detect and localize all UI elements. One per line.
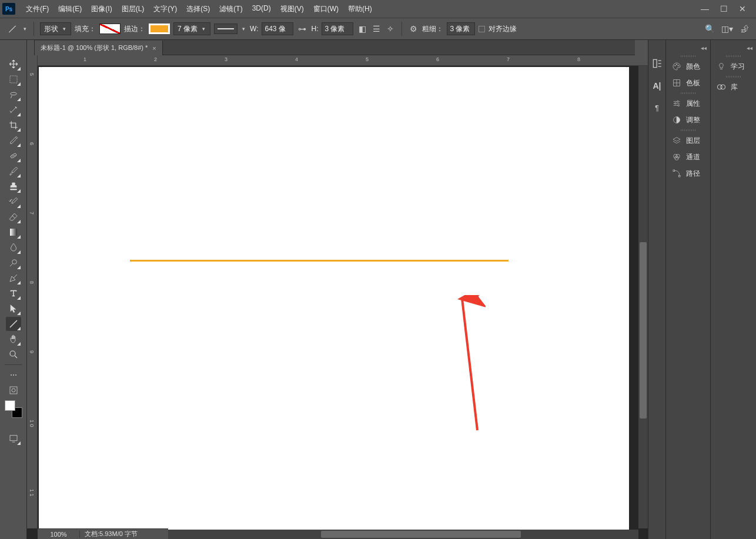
marquee-tool[interactable] <box>6 72 21 86</box>
svg-point-14 <box>676 64 677 65</box>
panel-adjustments[interactable]: 调整 <box>666 112 710 128</box>
minimize-button[interactable]: — <box>701 5 709 13</box>
menu-help[interactable]: 帮助(H) <box>343 2 377 16</box>
height-input[interactable]: 3 像素 <box>322 22 353 35</box>
ruler-horizontal[interactable]: 1 2 3 4 5 6 7 8 <box>36 55 648 66</box>
canvas[interactable] <box>39 67 629 537</box>
paragraph-panel-icon[interactable]: ¶ <box>651 102 663 114</box>
menu-edit[interactable]: 编辑(E) <box>53 2 86 16</box>
path-align-icon[interactable]: ☰ <box>371 24 382 34</box>
workspace-switcher-icon[interactable]: ◫▾ <box>722 24 732 34</box>
dodge-tool[interactable] <box>6 256 21 270</box>
panel-channels[interactable]: 通道 <box>666 149 710 165</box>
quickmask-icon[interactable] <box>6 383 21 397</box>
weight-input[interactable]: 3 像素 <box>447 22 475 35</box>
width-input[interactable]: 643 像 <box>262 22 293 35</box>
hand-tool[interactable] <box>6 332 21 346</box>
stroke-style-select[interactable] <box>214 24 237 34</box>
svg-point-3 <box>13 156 14 156</box>
zoom-level[interactable]: 100% <box>38 531 80 538</box>
zoom-tool[interactable] <box>6 347 21 361</box>
panel-swatches[interactable]: 色板 <box>666 75 710 91</box>
svg-point-13 <box>675 65 675 66</box>
lasso-tool[interactable] <box>6 88 21 102</box>
fill-swatch[interactable] <box>99 24 121 34</box>
healing-tool[interactable] <box>6 149 21 163</box>
gear-icon[interactable]: ⚙ <box>408 24 419 34</box>
panel-grip[interactable] <box>711 75 756 79</box>
menu-select[interactable]: 选择(S) <box>182 2 215 16</box>
svg-rect-12 <box>653 59 657 67</box>
type-tool[interactable] <box>6 286 21 300</box>
pen-tool[interactable] <box>6 271 21 285</box>
blur-tool[interactable] <box>6 240 21 255</box>
menu-window[interactable]: 窗口(W) <box>309 2 343 16</box>
history-panel-icon[interactable] <box>651 58 663 69</box>
panel-layers[interactable]: 图层 <box>666 132 710 149</box>
panel-grip[interactable] <box>666 91 710 95</box>
stroke-width-select[interactable]: 7 像素▾ <box>173 22 210 35</box>
panel-color[interactable]: 颜色 <box>666 58 710 75</box>
svg-rect-5 <box>10 229 17 236</box>
panel-grip[interactable] <box>666 128 710 132</box>
mode-select[interactable]: 形状▾ <box>40 22 71 35</box>
screen-mode-icon[interactable] <box>6 431 21 446</box>
character-panel-icon[interactable]: A| <box>651 80 663 92</box>
brush-tool[interactable] <box>6 164 21 178</box>
stamp-tool[interactable] <box>6 179 21 193</box>
panel-paths[interactable]: 路径 <box>666 165 710 182</box>
eraser-tool[interactable] <box>6 210 21 224</box>
ruler-vertical[interactable]: 5 6 7 8 9 1 0 1 1 <box>27 55 38 528</box>
magic-wand-tool[interactable] <box>6 103 21 117</box>
close-button[interactable]: ✕ <box>738 5 747 13</box>
svg-line-11 <box>462 299 477 430</box>
panel-properties[interactable]: 属性 <box>666 95 710 112</box>
menu-type[interactable]: 文字(Y) <box>149 2 182 16</box>
scrollbar-thumb[interactable] <box>640 242 647 419</box>
menu-view[interactable]: 视图(V) <box>276 2 309 16</box>
panel-grip[interactable] <box>711 54 756 58</box>
panel-grip[interactable] <box>666 54 710 58</box>
doc-info[interactable]: 文档:5.93M/0 字节 <box>80 530 142 538</box>
path-arrange-icon[interactable]: ✧ <box>385 24 396 34</box>
menu-layer[interactable]: 图层(L) <box>117 2 149 16</box>
share-icon[interactable]: ⮵ <box>740 24 750 34</box>
path-ops-icon[interactable]: ◧ <box>357 24 367 34</box>
collapse-chevron-icon[interactable]: ◂◂ <box>666 45 710 54</box>
edit-toolbar-icon[interactable]: ⋯ <box>6 368 21 382</box>
scrollbar-thumb[interactable] <box>321 531 521 538</box>
stroke-style-chevron-icon[interactable]: ▾ <box>241 26 246 32</box>
canvas-area: 1 2 3 4 5 6 7 8 5 6 7 8 9 1 0 1 1 <box>27 55 648 539</box>
path-select-tool[interactable] <box>6 302 21 316</box>
crop-tool[interactable] <box>6 118 21 132</box>
history-brush-tool[interactable] <box>6 195 21 209</box>
search-icon[interactable]: 🔍 <box>704 24 715 34</box>
height-label: H: <box>311 25 318 33</box>
annotation-arrow-icon <box>450 295 486 436</box>
color-swatches[interactable] <box>5 400 22 418</box>
shape-line[interactable] <box>130 260 509 262</box>
move-tool[interactable] <box>6 57 21 71</box>
maximize-button[interactable]: ☐ <box>720 5 728 13</box>
align-edges-checkbox[interactable] <box>479 26 485 32</box>
collapsed-panels-column: A| ¶ <box>648 40 665 539</box>
title-bar: Ps 文件(F) 编辑(E) 图像(I) 图层(L) 文字(Y) 选择(S) 滤… <box>0 0 756 18</box>
gradient-tool[interactable] <box>6 225 21 239</box>
tool-preset-icon[interactable] <box>6 22 19 35</box>
menu-3d[interactable]: 3D(D) <box>247 2 276 16</box>
line-tool[interactable] <box>6 317 21 331</box>
stroke-swatch[interactable] <box>149 24 170 34</box>
eyedropper-tool[interactable] <box>6 133 21 148</box>
menu-filter[interactable]: 滤镜(T) <box>215 2 247 16</box>
menu-image[interactable]: 图像(I) <box>86 2 116 16</box>
panel-libraries[interactable]: 库 <box>711 79 756 95</box>
panel-learn[interactable]: 学习 <box>711 58 756 75</box>
horizontal-scrollbar[interactable] <box>168 530 638 539</box>
tool-preset-chevron-icon[interactable]: ▾ <box>22 26 28 32</box>
divider <box>402 22 402 36</box>
collapse-chevron-icon[interactable]: ◂◂ <box>711 45 756 54</box>
menu-file[interactable]: 文件(F) <box>21 2 53 16</box>
foreground-swatch[interactable] <box>5 400 15 411</box>
link-wh-icon[interactable]: ⊶ <box>297 24 307 34</box>
vertical-scrollbar[interactable] <box>638 66 648 528</box>
